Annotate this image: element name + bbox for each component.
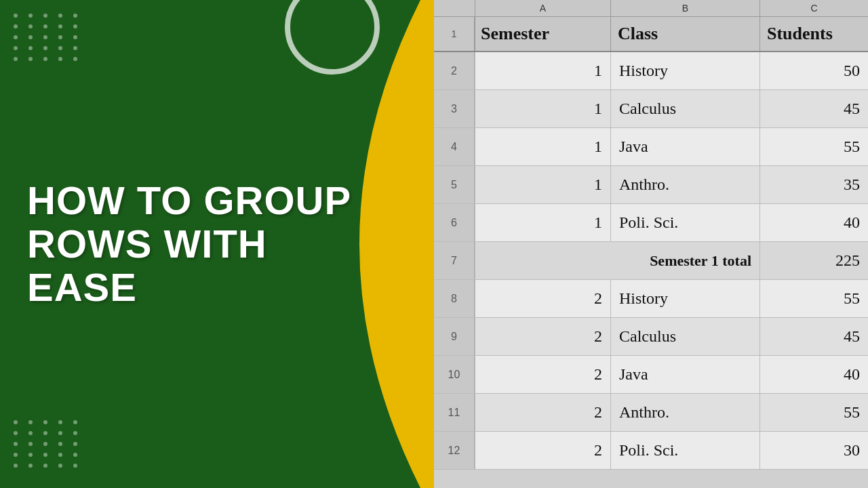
class-header: Class (610, 17, 760, 51)
class-cell: Anthro. (610, 394, 760, 431)
row-num-cell: 6 (434, 204, 475, 241)
dots-decoration-top (14, 14, 81, 61)
semester-cell: 2 (475, 356, 610, 393)
semester-cell: 1 (475, 166, 610, 203)
class-cell: Poli. Sci. (610, 204, 760, 241)
hero-title: HOW TO GROUP ROWS WITH EASE (0, 179, 380, 308)
table-row: 5 1 Anthro. 35 (434, 166, 868, 204)
row-num-spacer (434, 0, 475, 16)
row-num-cell: 5 (434, 166, 475, 203)
data-rows-container: 2 1 History 50 3 1 Calculus 45 4 1 Java … (434, 52, 868, 470)
students-cell: 55 (760, 128, 868, 165)
title-line2: ROWS WITH EASE (27, 222, 353, 309)
row-num-cell: 7 (434, 242, 475, 279)
semester-cell: 1 (475, 90, 610, 127)
right-panel: A B C 1 Semester Class Students 2 1 Hist… (434, 0, 868, 488)
row-num-cell: 4 (434, 128, 475, 165)
class-cell: Anthro. (610, 166, 760, 203)
semester-cell: 2 (475, 318, 610, 355)
table-row: 7 Semester 1 total 225 (434, 242, 868, 280)
semester-cell: 1 (475, 204, 610, 241)
dots-decoration-bottom (14, 420, 81, 468)
row-num-cell: 3 (434, 90, 475, 127)
table-row: 2 1 History 50 (434, 52, 868, 90)
semester-header: Semester (475, 17, 610, 51)
row-num-cell: 2 (434, 52, 475, 89)
semester-cell: 2 (475, 394, 610, 431)
class-cell: Java (610, 128, 760, 165)
column-headers-row: A B C (434, 0, 868, 17)
class-cell: History (610, 52, 760, 89)
class-cell: Calculus (610, 318, 760, 355)
students-header: Students (760, 17, 868, 51)
students-cell: 45 (760, 318, 868, 355)
students-cell: 50 (760, 52, 868, 89)
spreadsheet: A B C 1 Semester Class Students 2 1 Hist… (434, 0, 868, 488)
students-cell: 55 (760, 394, 868, 431)
table-row: 6 1 Poli. Sci. 40 (434, 204, 868, 242)
total-students-cell: 225 (760, 242, 868, 279)
row-num-cell: 12 (434, 432, 475, 469)
row-num-cell: 8 (434, 280, 475, 317)
semester-cell: 2 (475, 432, 610, 469)
title-line1: HOW TO GROUP (27, 179, 353, 222)
table-row: 10 2 Java 40 (434, 356, 868, 394)
left-panel: HOW TO GROUP ROWS WITH EASE (0, 0, 434, 488)
col-header-b: B (610, 0, 760, 16)
row-num-cell: 11 (434, 394, 475, 431)
field-header-row: 1 Semester Class Students (434, 17, 868, 52)
header-row-num: 1 (434, 17, 475, 51)
semester-cell: 1 (475, 52, 610, 89)
students-cell: 40 (760, 356, 868, 393)
class-cell: Calculus (610, 90, 760, 127)
students-cell: 35 (760, 166, 868, 203)
class-cell: History (610, 280, 760, 317)
col-header-c: C (760, 0, 868, 16)
students-cell: 30 (760, 432, 868, 469)
table-row: 9 2 Calculus 45 (434, 318, 868, 356)
total-label-cell: Semester 1 total (475, 242, 760, 279)
students-cell: 40 (760, 204, 868, 241)
table-row: 11 2 Anthro. 55 (434, 394, 868, 432)
table-row: 8 2 History 55 (434, 280, 868, 318)
class-cell: Poli. Sci. (610, 432, 760, 469)
table-row: 3 1 Calculus 45 (434, 90, 868, 128)
row-num-cell: 10 (434, 356, 475, 393)
class-cell: Java (610, 356, 760, 393)
students-cell: 55 (760, 280, 868, 317)
students-cell: 45 (760, 90, 868, 127)
table-row: 4 1 Java 55 (434, 128, 868, 166)
semester-cell: 1 (475, 128, 610, 165)
row-num-cell: 9 (434, 318, 475, 355)
table-row: 12 2 Poli. Sci. 30 (434, 432, 868, 470)
semester-cell: 2 (475, 280, 610, 317)
col-header-a: A (475, 0, 610, 16)
